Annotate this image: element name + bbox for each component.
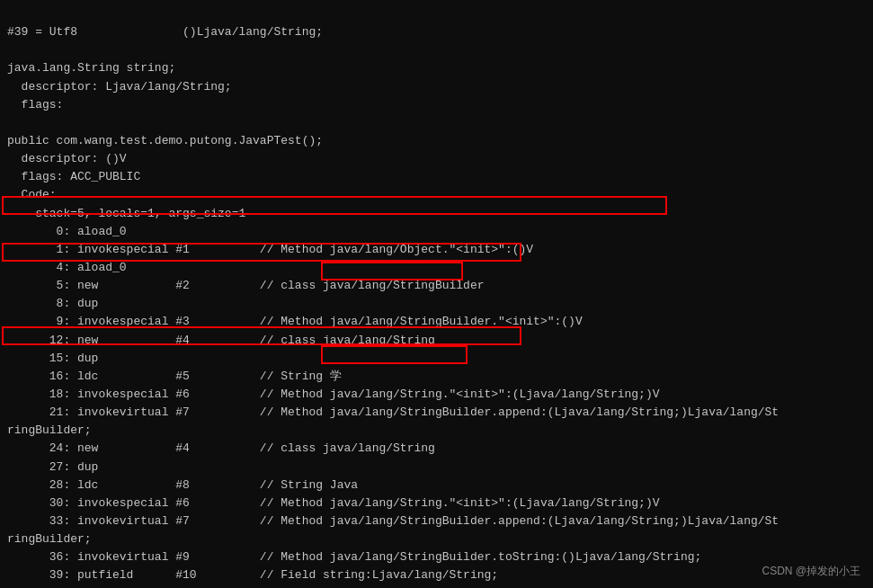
code-line: 28: ldc #8 // String Java bbox=[7, 477, 866, 494]
code-line: 33: invokevirtual #7 // Method java/lang… bbox=[7, 512, 866, 530]
code-line: descriptor: Ljava/lang/String; bbox=[7, 78, 866, 96]
code-line: 4: aload_0 bbox=[7, 259, 866, 277]
code-line: 0: aload_0 bbox=[7, 223, 866, 241]
code-line: 18: invokespecial #6 // Method java/lang… bbox=[7, 386, 866, 404]
code-line: 39: putfield #10 // Field string:Ljava/l… bbox=[7, 566, 866, 584]
code-line: flags: ACC_PUBLIC bbox=[7, 168, 866, 186]
code-line: stack=5, locals=1, args_size=1 bbox=[7, 205, 866, 223]
code-line: 5: new #2 // class java/lang/StringBuild… bbox=[7, 277, 866, 295]
code-line: 8: dup bbox=[7, 295, 866, 313]
code-line: flags: bbox=[7, 96, 866, 114]
code-line: 21: invokevirtual #7 // Method java/lang… bbox=[7, 404, 866, 422]
code-line: Code: bbox=[7, 186, 866, 204]
code-line: 1: invokespecial #1 // Method java/lang/… bbox=[7, 241, 866, 259]
code-block: #39 = Utf8 ()Ljava/lang/String; java.lan… bbox=[0, 0, 873, 588]
code-line: 12: new #4 // class java/lang/String bbox=[7, 332, 866, 350]
code-line: 16: ldc #5 // String 学 bbox=[7, 368, 866, 386]
code-line: 24: new #4 // class java/lang/String bbox=[7, 440, 866, 458]
code-line: 30: invokespecial #6 // Method java/lang… bbox=[7, 494, 866, 512]
code-line: 9: invokespecial #3 // Method java/lang/… bbox=[7, 313, 866, 331]
code-line: ringBuilder; bbox=[7, 530, 866, 548]
code-line: 36: invokevirtual #9 // Method java/lang… bbox=[7, 548, 866, 566]
code-line: #39 = Utf8 ()Ljava/lang/String; bbox=[7, 23, 866, 41]
code-line: 15: dup bbox=[7, 350, 866, 368]
code-line bbox=[7, 41, 866, 59]
code-line: 42: return bbox=[7, 585, 866, 589]
watermark-text: CSDN @掉发的小王 bbox=[762, 564, 860, 579]
code-line: 27: dup bbox=[7, 459, 866, 477]
code-line: java.lang.String string; bbox=[7, 59, 866, 77]
code-line: ringBuilder; bbox=[7, 422, 866, 440]
code-line: public com.wang.test.demo.putong.JavaPTe… bbox=[7, 132, 866, 150]
code-line: descriptor: ()V bbox=[7, 150, 866, 168]
code-line bbox=[7, 114, 866, 132]
